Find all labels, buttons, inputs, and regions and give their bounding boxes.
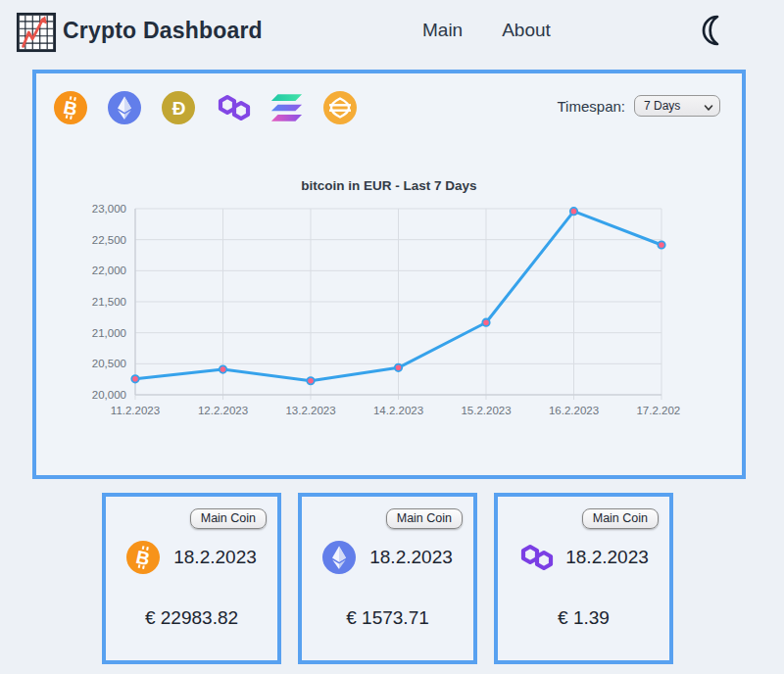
nav-link-main[interactable]: Main: [422, 20, 463, 41]
moon-icon: [698, 36, 729, 51]
timespan-control: Timespan: 7 Days: [558, 95, 720, 117]
chart-point[interactable]: [395, 364, 402, 371]
main-coin-badge: Main Coin: [582, 508, 659, 529]
coin-card-ethereum: Main Coin 18.2.2023 € 1573.71: [298, 493, 477, 664]
dai-icon: [323, 91, 357, 124]
card-date: 18.2.2023: [173, 547, 257, 568]
x-tick-label: 14.2.2023: [373, 405, 423, 416]
y-tick-label: 21,000: [92, 327, 126, 339]
coin-card-polygon: Main Coin 18.2.2023 € 1.39: [494, 493, 673, 664]
coin-select-ethereum[interactable]: [108, 91, 141, 124]
y-tick-label: 23,000: [92, 203, 126, 215]
timespan-label: Timespan:: [558, 98, 625, 115]
ethereum-icon: [108, 91, 141, 124]
polygon-icon: [216, 91, 249, 124]
app-title: Crypto Dashboard: [63, 18, 263, 44]
dark-mode-toggle[interactable]: [696, 12, 731, 51]
x-tick-label: 13.2.2023: [285, 405, 335, 416]
coin-select-bitcoin[interactable]: B: [54, 91, 87, 124]
card-main-row: 18.2.2023: [498, 540, 669, 575]
dashboard-panel: B: [32, 70, 746, 479]
nav-link-about[interactable]: About: [502, 20, 551, 41]
main-nav: Main About: [422, 20, 551, 41]
chart-point[interactable]: [658, 241, 664, 248]
card-main-row: 18.2.2023: [302, 540, 473, 575]
header: Crypto Dashboard Main About: [0, 0, 784, 65]
bitcoin-icon: B: [126, 541, 160, 574]
chart-point[interactable]: [482, 319, 489, 326]
price-line-chart: 20,00020,50021,00021,50022,00022,50023,0…: [73, 201, 680, 441]
coin-select-dogecoin[interactable]: Ð: [162, 91, 195, 124]
chart-point[interactable]: [131, 375, 138, 382]
coin-select-polygon[interactable]: [216, 91, 249, 124]
app-logo-icon: [16, 12, 57, 53]
svg-text:Ð: Ð: [172, 98, 186, 119]
chart-title: bitcoin in EUR - Last 7 Days: [66, 178, 712, 193]
card-price: € 22983.82: [106, 607, 277, 629]
card-main-row: B 18.2.2023: [106, 540, 277, 575]
card-date: 18.2.2023: [565, 547, 649, 568]
bitcoin-icon: B: [54, 91, 87, 124]
dogecoin-icon: Ð: [162, 91, 195, 124]
coin-select-dai[interactable]: [323, 91, 357, 124]
ethereum-icon: [322, 541, 356, 574]
x-tick-label: 17.2.2023: [636, 405, 680, 416]
y-tick-label: 20,000: [92, 389, 126, 401]
x-tick-label: 15.2.2023: [461, 405, 511, 416]
solana-icon: [270, 91, 303, 124]
card-price: € 1.39: [498, 607, 669, 629]
x-tick-label: 16.2.2023: [549, 405, 599, 416]
coin-selector-row: B: [54, 91, 357, 124]
coin-card-bitcoin: Main Coin B 18.2.2023 € 22983.82: [102, 493, 281, 664]
chart-point[interactable]: [307, 377, 314, 384]
main-coin-badge: Main Coin: [386, 508, 463, 529]
coin-select-solana[interactable]: [270, 91, 303, 124]
timespan-select[interactable]: 7 Days: [634, 95, 720, 117]
x-tick-label: 11.2.2023: [111, 405, 160, 416]
y-tick-label: 22,500: [92, 234, 126, 246]
y-tick-label: 22,000: [92, 265, 126, 276]
main-coin-badge: Main Coin: [190, 508, 267, 529]
chart-point[interactable]: [220, 365, 226, 372]
card-date: 18.2.2023: [369, 547, 453, 568]
chart-point[interactable]: [570, 208, 577, 215]
y-tick-label: 20,500: [92, 358, 126, 369]
card-price: € 1573.71: [302, 607, 473, 629]
polygon-icon: [518, 541, 552, 574]
x-tick-label: 12.2.2023: [198, 405, 248, 416]
y-tick-label: 21,500: [92, 296, 126, 308]
